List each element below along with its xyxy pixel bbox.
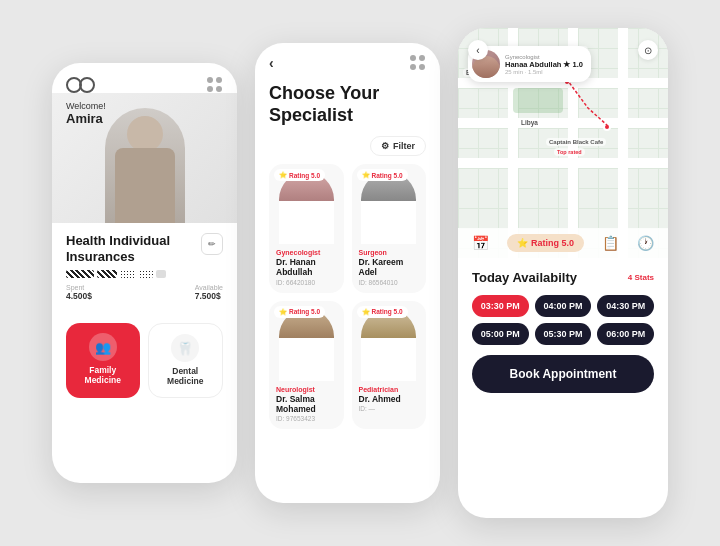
- p2-rating-3: ⭐ Rating 5.0: [274, 306, 325, 318]
- p2-doctor-card-1[interactable]: ⭐ Rating 5.0 Gynecologist Dr. Hanan Abdu…: [269, 164, 344, 292]
- p2-doctors-grid: ⭐ Rating 5.0 Gynecologist Dr. Hanan Abdu…: [255, 164, 440, 429]
- p3-doctor-pin-name: Hanaa Abdullah ★ 1.0: [505, 60, 583, 69]
- p2-doctor-4-info: Pediatrician Dr. Ahmed ID: —: [352, 381, 427, 419]
- p3-nav-rating: ⭐ Rating 5.0: [507, 234, 584, 252]
- p2-doctor-4-id: ID: —: [359, 405, 420, 412]
- p1-card-pattern: [66, 270, 223, 278]
- p2-doctor-2-info: Surgeon Dr. Kareem Adel ID: 86564010: [352, 244, 427, 292]
- p3-road-h3: [458, 158, 668, 168]
- p2-doctor-3-info: Neurologist Dr. Salma Mohamed ID: 976534…: [269, 381, 344, 429]
- p3-map: Palestine Libya El-Gaish Captain Black C…: [458, 28, 668, 258]
- p2-doctor-1-info: Gynecologist Dr. Hanan Abdullah ID: 6642…: [269, 244, 344, 292]
- p1-cat-dental[interactable]: 🦷 Dental Medicine: [148, 323, 224, 397]
- p1-header: [52, 63, 237, 93]
- p3-back-button[interactable]: ‹: [468, 40, 488, 60]
- p2-filter-button[interactable]: ⚙ Filter: [370, 136, 426, 156]
- p2-doctor-card-3[interactable]: ⭐ Rating 5.0 Neurologist Dr. Salma Moham…: [269, 301, 344, 429]
- p1-card-title: Health Individual Insurances: [66, 233, 223, 264]
- p2-doctor-card-4[interactable]: ⭐ Rating 5.0 Pediatrician Dr. Ahmed ID: …: [352, 301, 427, 429]
- p3-timeslot-2[interactable]: 04:00 PM: [535, 295, 592, 317]
- p2-filter-icon: ⚙: [381, 141, 389, 151]
- p2-rating-4: ⭐ Rating 5.0: [357, 306, 408, 318]
- p1-cat-family-label: Family Medicine: [74, 365, 132, 385]
- p3-avail-title: Today Availabilty: [472, 270, 577, 285]
- p3-avail-header: Today Availabilty 4 Stats: [472, 270, 654, 285]
- p1-edit-icon[interactable]: ✏: [201, 233, 223, 255]
- phone-1: Welcome! Amira Health Individual Insuran…: [52, 63, 237, 483]
- p3-timeslot-1[interactable]: 03:30 PM: [472, 295, 529, 317]
- p2-back-button[interactable]: ‹: [269, 55, 274, 71]
- p1-available-label: Available: [195, 284, 223, 291]
- p1-user-name: Amira: [66, 111, 103, 126]
- p3-road-h2: [458, 118, 668, 128]
- p3-book-appointment-button[interactable]: Book Appointment: [472, 355, 654, 393]
- p1-hero-image: Welcome! Amira: [52, 93, 237, 223]
- p2-doctor-4-specialty: Pediatrician: [359, 386, 420, 393]
- p3-timeslot-4[interactable]: 05:00 PM: [472, 323, 529, 345]
- p2-doctor-4-name: Dr. Ahmed: [359, 394, 420, 404]
- p3-nav-clock-icon[interactable]: 🕐: [637, 235, 654, 251]
- phone-2: ‹ Choose Your Specialist ⚙ Filter ⭐ Rati…: [255, 43, 440, 503]
- p2-menu-icon[interactable]: [410, 55, 426, 71]
- p1-menu-icon[interactable]: [207, 77, 223, 93]
- p2-doctor-1-id: ID: 66420180: [276, 279, 337, 286]
- p3-timeslot-6[interactable]: 06:00 PM: [597, 323, 654, 345]
- phone-3: Palestine Libya El-Gaish Captain Black C…: [458, 28, 668, 518]
- p2-doctor-1-specialty: Gynecologist: [276, 249, 337, 256]
- p2-filter-row: ⚙ Filter: [255, 136, 440, 164]
- p2-doctor-2-specialty: Surgeon: [359, 249, 420, 256]
- p3-stats-badge: 4 Stats: [628, 273, 654, 282]
- p3-route-marker-1: [603, 123, 611, 131]
- p2-doctor-3-id: ID: 97653423: [276, 415, 337, 422]
- p3-doctor-pin-time: 25 min · 1.5ml: [505, 69, 583, 75]
- p3-rating-label: Rating 5.0: [531, 238, 574, 248]
- p1-cat-dental-label: Dental Medicine: [157, 366, 215, 386]
- p2-doctor-1-name: Dr. Hanan Abdullah: [276, 257, 337, 277]
- p3-green-area: [513, 88, 563, 113]
- p1-logo-icon: [66, 77, 95, 93]
- p1-spent-value: 4.500$: [66, 291, 92, 301]
- p3-map-label-toprated: Top rated: [554, 148, 585, 156]
- p2-rating-1: ⭐ Rating 5.0: [274, 169, 325, 181]
- p3-map-label-libya: Libya: [518, 118, 541, 127]
- p1-spent-label: Spent: [66, 284, 92, 291]
- p3-star-icon: ⭐: [517, 238, 528, 248]
- p3-doctor-pin-info: Gynecologist Hanaa Abdullah ★ 1.0 25 min…: [505, 54, 583, 75]
- p3-nav-calendar-icon[interactable]: 📅: [472, 235, 489, 251]
- p3-timeslot-5[interactable]: 05:30 PM: [535, 323, 592, 345]
- p2-doctor-3-name: Dr. Salma Mohamed: [276, 394, 337, 414]
- p2-doctor-2-name: Dr. Kareem Adel: [359, 257, 420, 277]
- p3-availability-section: Today Availabilty 4 Stats 03:30 PM 04:00…: [458, 258, 668, 405]
- p2-filter-label: Filter: [393, 141, 415, 151]
- p1-available-value: 7.500$: [195, 291, 221, 301]
- p3-map-nav-bar: 📅 ⭐ Rating 5.0 📋 🕐: [458, 228, 668, 258]
- p2-page-title: Choose Your Specialist: [255, 83, 440, 136]
- p2-rating-2: ⭐ Rating 5.0: [357, 169, 408, 181]
- p2-doctor-card-2[interactable]: ⭐ Rating 5.0 Surgeon Dr. Kareem Adel ID:…: [352, 164, 427, 292]
- p1-cat-family-medicine[interactable]: 👥 Family Medicine: [66, 323, 140, 397]
- p1-welcome-text: Welcome!: [66, 101, 106, 111]
- p2-header: ‹: [255, 43, 440, 83]
- p1-categories: 👥 Family Medicine 🦷 Dental Medicine: [52, 315, 237, 411]
- p3-map-label-cafe: Captain Black Cafe: [546, 138, 606, 146]
- p2-doctor-3-specialty: Neurologist: [276, 386, 337, 393]
- p1-tooth-icon: 🦷: [171, 334, 199, 362]
- p1-people-icon: 👥: [89, 333, 117, 361]
- p1-insurance-card: Health Individual Insurances ✏ Spent 4.5…: [52, 223, 237, 315]
- p1-amounts: Spent 4.500$ Available 7.500$: [66, 284, 223, 301]
- p3-road-v3: [618, 28, 628, 258]
- p3-time-slots: 03:30 PM 04:00 PM 04:30 PM 05:00 PM 05:3…: [472, 295, 654, 345]
- p3-search-button[interactable]: ⊙: [638, 40, 658, 60]
- p2-doctor-2-id: ID: 86564010: [359, 279, 420, 286]
- p3-nav-grid-icon[interactable]: 📋: [602, 235, 619, 251]
- p3-timeslot-3[interactable]: 04:30 PM: [597, 295, 654, 317]
